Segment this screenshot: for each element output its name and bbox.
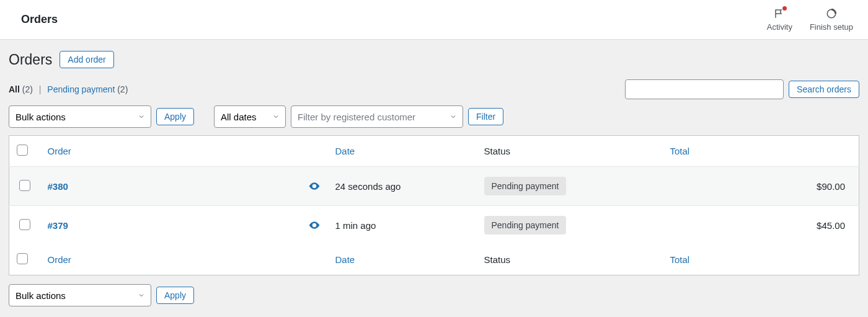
- column-total[interactable]: Total: [670, 254, 690, 265]
- row-checkbox[interactable]: [19, 219, 30, 230]
- select-all-checkbox[interactable]: [17, 145, 28, 156]
- column-order[interactable]: Order: [48, 146, 71, 156]
- filter-tabs: All (2) | Pending payment (2): [9, 84, 128, 94]
- column-total[interactable]: Total: [670, 146, 690, 156]
- add-order-button[interactable]: Add order: [60, 51, 113, 68]
- finish-setup-label: Finish setup: [810, 22, 853, 32]
- preview-eye-icon[interactable]: [308, 219, 321, 231]
- table-footer-row: Order Date Status Total: [9, 244, 859, 275]
- svg-point-1: [313, 185, 315, 187]
- column-status: Status: [477, 136, 663, 167]
- select-all-checkbox-bottom[interactable]: [17, 253, 28, 264]
- orders-table: Order Date Status Total #380 24 seconds …: [9, 135, 859, 275]
- dates-select[interactable]: All dates: [214, 105, 286, 128]
- controls-row-bottom: Bulk actions Apply: [9, 284, 859, 306]
- page-title-row: Orders Add order: [9, 51, 859, 68]
- table-header-row: Order Date Status Total: [9, 136, 859, 167]
- content-area: Orders Add order All (2) | Pending payme…: [0, 40, 868, 317]
- bulk-actions-select-bottom[interactable]: Bulk actions: [9, 284, 151, 306]
- filter-button[interactable]: Filter: [468, 108, 503, 125]
- finish-setup-button[interactable]: Finish setup: [810, 7, 853, 32]
- status-badge: Pending payment: [484, 216, 567, 234]
- preview-eye-icon[interactable]: [308, 180, 321, 192]
- svg-point-2: [313, 224, 315, 226]
- search-input[interactable]: [625, 79, 784, 99]
- order-total: $90.00: [663, 167, 859, 206]
- column-date[interactable]: Date: [335, 254, 355, 265]
- apply-button-top[interactable]: Apply: [156, 108, 194, 125]
- filter-count-all: (2): [22, 84, 33, 94]
- table-row: #379 1 min ago Pending payment $45.00: [9, 206, 859, 245]
- order-date: 1 min ago: [328, 206, 477, 245]
- notification-dot-icon: [782, 6, 787, 11]
- page-title: Orders: [9, 51, 52, 68]
- column-date[interactable]: Date: [335, 146, 355, 156]
- filter-tab-all[interactable]: All: [9, 84, 20, 94]
- filter-sep: |: [39, 84, 42, 94]
- filter-count-pending: (2): [117, 84, 128, 94]
- order-link[interactable]: #379: [48, 220, 68, 231]
- order-date: 24 seconds ago: [328, 167, 477, 206]
- column-order[interactable]: Order: [48, 254, 71, 265]
- search-row: Search orders: [625, 79, 859, 99]
- customer-filter-select[interactable]: Filter by registered customer: [291, 105, 463, 128]
- filters-row: All (2) | Pending payment (2) Search ord…: [9, 79, 859, 99]
- controls-row-top: Bulk actions Apply All dates Filter by r…: [9, 105, 859, 128]
- status-badge: Pending payment: [484, 177, 567, 195]
- order-total: $45.00: [663, 206, 859, 245]
- progress-circle-icon: [825, 7, 838, 20]
- filter-tab-pending[interactable]: Pending payment: [47, 84, 115, 94]
- top-bar: Orders Activity Finish setup: [0, 0, 868, 40]
- activity-label: Activity: [767, 22, 792, 32]
- flag-icon: [773, 7, 786, 20]
- bulk-actions-select[interactable]: Bulk actions: [9, 105, 151, 128]
- order-link[interactable]: #380: [48, 181, 68, 192]
- top-bar-actions: Activity Finish setup: [767, 7, 853, 32]
- search-orders-button[interactable]: Search orders: [789, 81, 859, 98]
- table-row: #380 24 seconds ago Pending payment $90.…: [9, 167, 859, 206]
- apply-button-bottom[interactable]: Apply: [156, 287, 194, 304]
- top-bar-title: Orders: [21, 13, 58, 26]
- row-checkbox[interactable]: [19, 180, 30, 191]
- activity-button[interactable]: Activity: [767, 7, 792, 32]
- column-status: Status: [477, 244, 663, 275]
